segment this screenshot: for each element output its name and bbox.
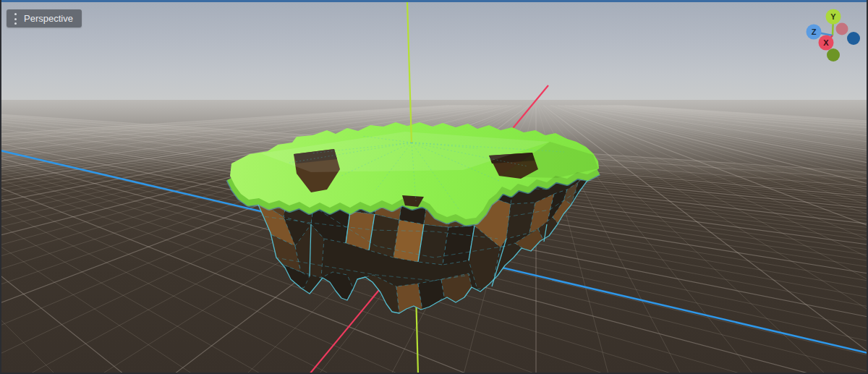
3d-viewport[interactable]: Y Z X Perspective: [0, 0, 868, 374]
viewport-top-border: [0, 0, 868, 2]
scene-canvas: [0, 0, 868, 374]
viewport-left-border: [0, 0, 1, 374]
gizmo-neg-y-ball[interactable]: [827, 48, 840, 61]
kebab-vertical-icon: [14, 13, 17, 25]
orientation-gizmo[interactable]: Y Z X: [796, 6, 865, 69]
perspective-button[interactable]: Perspective: [7, 9, 82, 27]
gizmo-neg-x-ball[interactable]: [836, 23, 848, 35]
gizmo-y-label: Y: [830, 12, 836, 21]
gizmo-z-label: Z: [812, 27, 817, 36]
island-mesh[interactable]: [230, 122, 599, 313]
y-axis-line-lower: [417, 307, 419, 374]
gizmo-x-label: X: [823, 38, 829, 47]
gizmo-neg-z-ball[interactable]: [847, 32, 860, 45]
perspective-button-label: Perspective: [24, 13, 73, 24]
